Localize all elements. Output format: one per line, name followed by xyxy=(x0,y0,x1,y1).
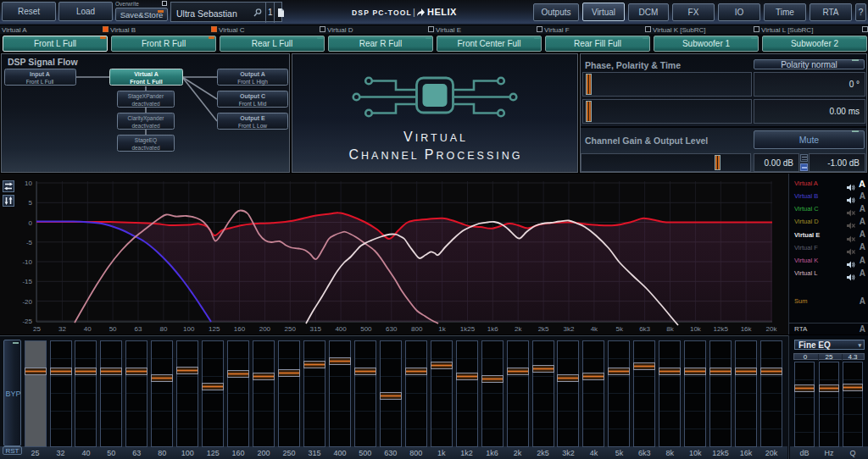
svg-text:200: 200 xyxy=(259,325,271,333)
svg-text:6k3: 6k3 xyxy=(639,325,650,333)
svg-text:500: 500 xyxy=(360,325,372,333)
svg-text:125: 125 xyxy=(209,325,220,333)
svg-text:12k5: 12k5 xyxy=(714,325,729,333)
svg-text:160: 160 xyxy=(234,325,246,333)
svg-text:3k2: 3k2 xyxy=(564,325,575,333)
svg-text:80: 80 xyxy=(159,325,167,333)
svg-text:5k: 5k xyxy=(615,325,623,333)
svg-text:630: 630 xyxy=(386,325,398,333)
svg-text:2k5: 2k5 xyxy=(538,325,549,333)
svg-text:10: 10 xyxy=(25,180,32,187)
svg-text:16k: 16k xyxy=(741,325,753,333)
svg-text:4k: 4k xyxy=(591,325,598,333)
svg-text:100: 100 xyxy=(183,325,195,333)
svg-text:-5: -5 xyxy=(26,239,33,246)
svg-text:40: 40 xyxy=(84,325,92,333)
svg-text:32: 32 xyxy=(58,325,66,333)
svg-text:-15: -15 xyxy=(22,278,32,285)
svg-text:-20: -20 xyxy=(22,298,32,306)
svg-text:63: 63 xyxy=(135,325,142,333)
svg-text:2k: 2k xyxy=(515,325,522,333)
svg-text:-25: -25 xyxy=(22,318,32,325)
svg-text:250: 250 xyxy=(285,325,297,333)
svg-text:1k25: 1k25 xyxy=(460,325,476,333)
svg-text:20k: 20k xyxy=(766,325,778,333)
svg-text:1k: 1k xyxy=(438,325,446,333)
svg-text:8k: 8k xyxy=(666,325,674,333)
svg-text:25: 25 xyxy=(33,325,41,333)
svg-text:400: 400 xyxy=(335,325,347,333)
svg-text:50: 50 xyxy=(109,325,117,333)
svg-text:315: 315 xyxy=(310,325,322,333)
svg-text:1k6: 1k6 xyxy=(487,325,498,333)
svg-text:5: 5 xyxy=(29,199,33,207)
svg-text:800: 800 xyxy=(411,325,423,333)
svg-text:0: 0 xyxy=(29,219,33,227)
svg-text:-10: -10 xyxy=(22,258,32,266)
svg-text:10k: 10k xyxy=(690,325,702,333)
